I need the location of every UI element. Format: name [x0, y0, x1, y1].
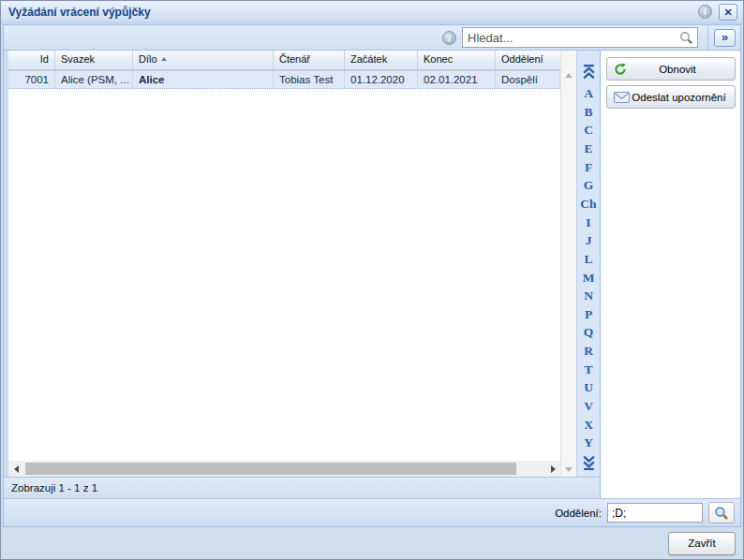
grid-panel: Id Svazek Dílo Čtenář [4, 51, 600, 498]
alphabet-letter[interactable]: N [584, 289, 593, 302]
column-label: Id [40, 53, 49, 65]
alphabet-letter[interactable]: U [584, 381, 593, 394]
bottom-toolbar: Oddělení: [4, 498, 740, 526]
alphabet-letter[interactable]: E [584, 142, 592, 155]
alphabet-letter[interactable]: F [585, 161, 592, 174]
status-bar: Zobrazuji 1 - 1 z 1 [4, 477, 600, 498]
column-header-id[interactable]: Id [8, 51, 55, 69]
toolbar-divider [707, 25, 708, 50]
search-icon[interactable] [679, 31, 693, 45]
alphabet-letter[interactable]: C [584, 124, 593, 137]
loans-grid: Id Svazek Dílo Čtenář [8, 51, 560, 477]
send-notification-button-label: Odeslat upozornění [630, 92, 728, 103]
cell-konec: 02.01.2021 [418, 71, 496, 88]
column-header-zacatek[interactable]: Začátek [345, 51, 418, 69]
cell-svazek: Alice (PSM, ... [55, 71, 133, 88]
cell-zacatek: 01.12.2020 [345, 71, 418, 88]
title-bar: Vyžádání vrácení výpůjčky i ✕ [1, 1, 743, 23]
alphabet-letter[interactable]: G [584, 179, 594, 192]
oddeleni-search-button[interactable] [708, 502, 735, 523]
alphabet-letter[interactable]: B [584, 106, 592, 119]
hscroll-thumb[interactable] [25, 463, 516, 475]
magnifier-icon [714, 506, 729, 521]
cell-oddeleni: Dospělí [496, 71, 560, 88]
jump-to-bottom-icon[interactable] [581, 455, 597, 473]
search-box [462, 27, 698, 48]
table-row[interactable]: 7001 Alice (PSM, ... Alice Tobias Test 0… [8, 70, 560, 89]
cell-id: 7001 [8, 71, 55, 88]
alphabet-letter[interactable]: J [586, 234, 592, 247]
refresh-icon [614, 63, 627, 76]
cell-ctenar: Tobias Test [274, 71, 345, 88]
alphabet-letter[interactable]: R [584, 345, 593, 358]
mail-icon [614, 92, 630, 103]
footer-bar: Zavřít [1, 527, 743, 559]
jump-to-top-icon[interactable] [581, 64, 597, 81]
refresh-button-label: Obnovit [627, 64, 728, 75]
alphabet-letter[interactable]: Y [584, 436, 593, 449]
column-header-oddeleni[interactable]: Oddělení [496, 51, 560, 69]
actions-panel: Obnovit Odeslat upozornění [600, 51, 740, 498]
close-icon[interactable]: ✕ [719, 4, 737, 21]
hscroll-track[interactable] [23, 461, 545, 477]
column-header-dilo[interactable]: Dílo [133, 51, 274, 69]
scroll-down-icon[interactable] [565, 467, 573, 472]
grid-body: 7001 Alice (PSM, ... Alice Tobias Test 0… [8, 70, 560, 461]
oddeleni-label: Oddělení: [555, 508, 602, 519]
main-panel: i » [3, 24, 741, 527]
column-label: Oddělení [501, 53, 543, 65]
close-window-button[interactable]: Zavřít [668, 532, 736, 555]
column-header-konec[interactable]: Konec [418, 51, 496, 69]
alphabet-letter[interactable]: Q [584, 326, 594, 339]
column-label: Svazek [61, 53, 95, 65]
scroll-right-icon[interactable] [545, 461, 560, 477]
alphabet-letter[interactable]: P [585, 308, 592, 321]
dialog-window: Vyžádání vrácení výpůjčky i ✕ i » [0, 0, 744, 560]
status-text: Zobrazuji 1 - 1 z 1 [11, 482, 97, 494]
oddeleni-input[interactable] [607, 503, 703, 523]
collapse-panel-button[interactable]: » [714, 29, 736, 47]
column-label: Začátek [350, 53, 387, 65]
column-header-svazek[interactable]: Svazek [55, 51, 133, 69]
send-notification-button[interactable]: Odeslat upozornění [606, 85, 736, 109]
info-icon[interactable]: i [698, 5, 712, 19]
window-title: Vyžádání vrácení výpůjčky [8, 6, 698, 19]
alphabet-letter[interactable]: T [584, 363, 592, 376]
sort-asc-icon [161, 57, 167, 61]
alphabet-letter[interactable]: I [586, 216, 590, 229]
grid-info-icon[interactable]: i [442, 31, 456, 45]
grid-header-row: Id Svazek Dílo Čtenář [8, 51, 560, 70]
column-header-ctenar[interactable]: Čtenář [274, 51, 345, 69]
column-label: Dílo [139, 53, 157, 65]
alphabet-letter[interactable]: Ch [580, 198, 596, 211]
column-label: Konec [424, 53, 453, 65]
cell-dilo: Alice [133, 71, 274, 88]
horizontal-scrollbar[interactable] [8, 461, 560, 477]
scroll-up-icon[interactable] [565, 73, 573, 78]
refresh-button[interactable]: Obnovit [606, 57, 736, 81]
vertical-scrollbar[interactable] [560, 51, 576, 477]
alphabet-letter[interactable]: V [584, 400, 593, 413]
grid-zone: Id Svazek Dílo Čtenář [4, 51, 600, 477]
alphabet-letter[interactable]: L [584, 253, 592, 266]
alphabet-letter[interactable]: M [583, 272, 595, 285]
search-input[interactable] [468, 31, 679, 45]
alphabet-letter[interactable]: X [584, 419, 593, 432]
content-region: Id Svazek Dílo Čtenář [4, 51, 740, 498]
column-label: Čtenář [279, 53, 310, 65]
alphabet-bar: A B C E F G Ch I J L M N P Q R [576, 51, 600, 477]
top-toolbar: i » [4, 25, 740, 51]
alphabet-letter[interactable]: A [584, 87, 593, 100]
scroll-left-icon[interactable] [8, 461, 23, 477]
